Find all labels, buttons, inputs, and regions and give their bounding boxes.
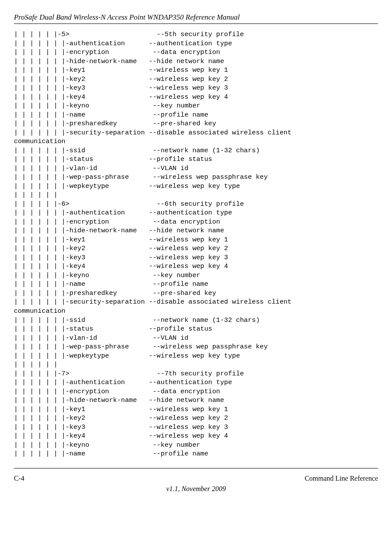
footer-rule: [14, 468, 378, 468]
footer-page-number: C-4: [14, 475, 24, 482]
page-footer: C-4 Command Line Reference v1.1, Novembe…: [14, 475, 378, 493]
footer-section: Command Line Reference: [305, 475, 378, 482]
footer-version: v1.1, November 2009: [14, 485, 378, 493]
cli-tree-block: | | | | | |-5> --5th security profile | …: [14, 30, 378, 458]
header-title: ProSafe Dual Band Wireless-N Access Poin…: [14, 13, 378, 22]
header-rule: [14, 23, 378, 24]
